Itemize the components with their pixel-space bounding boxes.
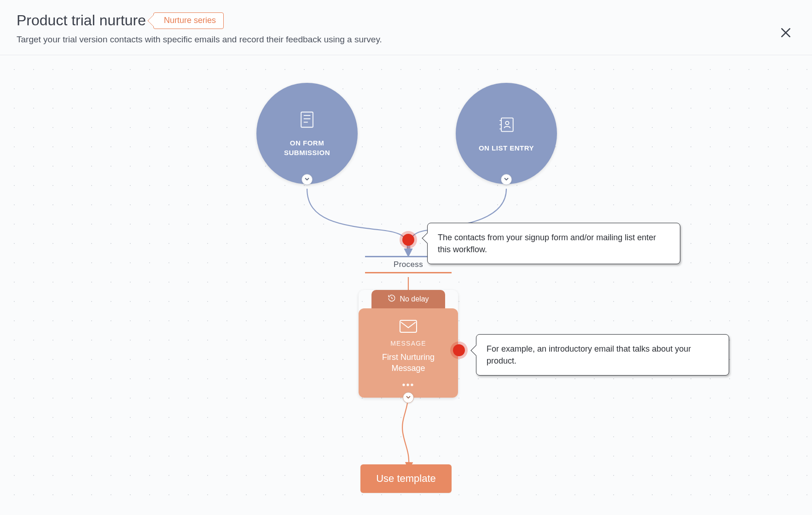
callout-text: The contacts from your signup form and/o… [438,233,656,254]
connector-handle[interactable] [302,174,313,185]
chevron-down-icon [504,175,509,184]
page-subtitle: Target your trial version contacts with … [17,35,795,45]
delay-label: No delay [400,295,429,303]
clock-history-icon [388,294,396,304]
chevron-down-icon [304,175,310,184]
svg-rect-2 [301,112,313,127]
header: Product trial nurture Nurture series Tar… [0,0,812,55]
trigger-label: ON FORM SUBMISSION [256,138,358,157]
svg-rect-11 [400,320,417,332]
chevron-down-icon [406,393,411,402]
page-title: Product trial nurture [17,12,146,29]
trigger-label: ON LIST ENTRY [466,143,547,153]
contact-list-icon [496,115,516,137]
callout-text: For example, an introductory email that … [487,344,691,365]
connector-lines [0,55,812,506]
svg-point-7 [505,121,509,124]
use-template-button[interactable]: Use template [360,464,452,493]
connector-handle[interactable] [403,392,414,403]
series-tag[interactable]: Nurture series [153,12,224,29]
cta-bar: Use template [0,464,812,493]
highlight-marker-message [453,344,465,356]
workflow-canvas[interactable]: ON FORM SUBMISSION [0,55,812,506]
callout-message: For example, an introductory email that … [476,334,729,376]
more-options[interactable]: ••• [367,380,450,390]
delay-pill[interactable]: No delay [371,290,445,308]
action-type-label: MESSAGE [367,340,450,347]
trigger-node-list-entry[interactable]: ON LIST ENTRY [456,83,557,184]
trigger-node-form-submission[interactable]: ON FORM SUBMISSION [256,83,358,184]
action-node-message[interactable]: No delay MESSAGE First Nurturing Message… [359,290,458,398]
connector-handle[interactable] [501,174,512,185]
action-title: First Nurturing Message [367,352,450,374]
highlight-marker-entry [402,234,414,246]
more-horizontal-icon: ••• [402,380,414,390]
form-icon [297,110,317,132]
close-button[interactable] [780,27,792,41]
envelope-icon [399,327,418,335]
callout-entry: The contacts from your signup form and/o… [427,223,680,264]
close-icon [780,32,792,40]
